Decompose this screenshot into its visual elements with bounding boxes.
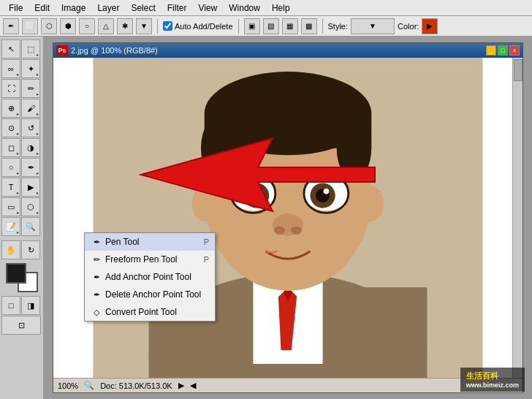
minimize-button[interactable]: _ — [486, 45, 496, 56]
pen-mode-btn-5[interactable]: ○ — [79, 18, 95, 34]
menu-filter[interactable]: Filter — [162, 1, 193, 15]
status-icon: 🔍 — [84, 381, 94, 390]
hand-icon: ✋ — [6, 246, 16, 255]
type-tool[interactable]: T ▸ — [1, 178, 20, 197]
path-select-tool[interactable]: ▶ ▸ — [21, 178, 40, 197]
clone-stamp-icon: ⊙ — [8, 123, 15, 133]
convert-point-label-group: ◇ Convert Point Tool — [91, 306, 177, 318]
dropdown-arrow: ▸ — [17, 229, 19, 235]
standard-mode-icon: □ — [9, 301, 14, 310]
pen-mode-btn-7[interactable]: ✱ — [117, 18, 133, 34]
photo-area — [53, 58, 522, 378]
zoom-level: 100% — [58, 381, 78, 390]
canvas-area: Ps 2.jpg @ 100% (RGB/8#) _ □ × — [44, 37, 532, 399]
dropdown-arrow: ▸ — [17, 151, 19, 156]
style-dropdown[interactable]: ▼ — [351, 18, 395, 34]
scrollbar-thumb[interactable] — [514, 59, 522, 81]
document-title-group: Ps 2.jpg @ 100% (RGB/8#) — [56, 45, 158, 56]
add-anchor-label-group: ✒ Add Anchor Point Tool — [91, 271, 191, 283]
crop-tool[interactable]: ⛶ — [1, 79, 20, 98]
pen-shape-dropdown[interactable]: ▼ — [136, 18, 152, 34]
auto-add-delete[interactable]: Auto Add/Delete — [163, 21, 233, 31]
convert-point-icon: ◇ — [91, 306, 102, 318]
pen-tool-shortcut: P — [204, 238, 209, 246]
maximize-button[interactable]: □ — [498, 45, 508, 56]
menu-item-delete-anchor[interactable]: ✒ Delete Anchor Point Tool — [85, 286, 215, 303]
screen-mode[interactable]: ⊡ — [1, 316, 41, 335]
brush-tool[interactable]: 🖌 ▸ — [21, 99, 40, 118]
rect-shape-tool[interactable]: ▭ ▸ — [1, 197, 20, 216]
rotate-view-tool[interactable]: ↻ — [21, 240, 40, 259]
menu-edit[interactable]: Edit — [28, 1, 56, 15]
hand-tool[interactable]: ✋ — [1, 240, 20, 259]
path-btn-2[interactable]: ▧ — [263, 18, 279, 34]
menu-item-pen-tool[interactable]: ✒ Pen Tool P — [85, 233, 215, 251]
freeform-pen-shortcut: P — [204, 255, 209, 264]
eyedropper-icon: ✏ — [28, 84, 34, 94]
screen-mode-icon: ⊡ — [18, 321, 25, 330]
divider-2 — [238, 19, 239, 34]
menu-item-freeform-pen[interactable]: ✏ Freeform Pen Tool P — [85, 251, 215, 268]
menu-image[interactable]: Image — [56, 1, 91, 15]
gradient-icon: ◑ — [27, 143, 34, 153]
watermark-url: www.bimeiz.com — [466, 381, 519, 389]
pen-mode-btn-3[interactable]: ⬡ — [41, 18, 57, 34]
pen-mode-btn-2[interactable]: ⬜ — [22, 18, 38, 34]
rectangle-select-tool[interactable]: ⬚ ▸ — [21, 39, 40, 58]
rect-shape-icon: ▭ — [7, 202, 15, 212]
doc-size: Doc: 513.0K/513.0K — [100, 381, 172, 390]
dropdown-arrow: ▸ — [17, 210, 19, 215]
red-arrow — [126, 102, 382, 248]
menu-file[interactable]: File — [3, 1, 28, 15]
tool-row-1: ↖ ⬚ ▸ — [1, 39, 42, 58]
status-scroll-arrow: ◀ — [190, 381, 196, 390]
menu-item-add-anchor[interactable]: ✒ Add Anchor Point Tool — [85, 268, 215, 286]
menu-bar: File Edit Image Layer Select Filter View… — [0, 0, 532, 16]
auto-add-delete-checkbox[interactable] — [163, 21, 172, 31]
color-swatch[interactable]: ▶ — [422, 18, 438, 34]
delete-anchor-label: Delete Anchor Point Tool — [105, 289, 201, 300]
eyedropper-tool[interactable]: ✏ ▸ — [21, 79, 40, 98]
zoom-tool[interactable]: 🔍 — [21, 217, 40, 236]
pen-mode-btn-6[interactable]: △ — [98, 18, 114, 34]
dodge-tool[interactable]: ○ ▸ — [1, 158, 20, 177]
notes-tool[interactable]: 📝 ▸ — [1, 217, 20, 236]
3d-icon: ⬡ — [27, 202, 34, 212]
eraser-icon: ◻ — [8, 143, 15, 153]
vertical-scrollbar[interactable] — [512, 58, 522, 378]
type-icon: T — [9, 183, 14, 191]
dropdown-arrow: ▸ — [37, 170, 39, 175]
tool-row-6: ◻ ▸ ◑ ▸ — [1, 138, 42, 157]
menu-help[interactable]: Help — [266, 1, 296, 15]
eraser-tool[interactable]: ◻ ▸ — [1, 138, 20, 157]
path-btn-3[interactable]: ▦ — [282, 18, 298, 34]
path-btn-1[interactable]: ▣ — [244, 18, 260, 34]
pen-tool[interactable]: ✒ ▸ — [21, 158, 40, 177]
path-btn-4[interactable]: ▩ — [301, 18, 317, 34]
history-brush-tool[interactable]: ↺ ▸ — [21, 118, 40, 137]
rotate-view-icon: ↻ — [28, 246, 34, 255]
dropdown-arrow: ▸ — [37, 190, 39, 195]
move-tool[interactable]: ↖ — [1, 39, 20, 58]
pen-mode-btn-1[interactable]: ✒ — [3, 18, 19, 34]
menu-window[interactable]: Window — [223, 1, 266, 15]
close-button[interactable]: × — [509, 45, 520, 56]
brush-icon: 🖌 — [27, 104, 35, 113]
healing-tool[interactable]: ⊕ ▸ — [1, 99, 20, 118]
dropdown-arrow: ▸ — [37, 151, 39, 156]
delete-anchor-icon: ✒ — [91, 289, 102, 300]
pen-mode-btn-4[interactable]: ⬢ — [60, 18, 76, 34]
menu-view[interactable]: View — [192, 1, 223, 15]
quick-mask-mode[interactable]: ◨ — [21, 296, 40, 315]
quick-mask-standard[interactable]: □ — [1, 296, 20, 315]
lasso-tool[interactable]: ∞ ▸ — [1, 59, 20, 78]
path-select-icon: ▶ — [28, 183, 34, 192]
magic-wand-tool[interactable]: ✦ ▸ — [21, 59, 40, 78]
gradient-tool[interactable]: ◑ ▸ — [21, 138, 40, 157]
menu-layer[interactable]: Layer — [91, 1, 125, 15]
menu-item-convert-point[interactable]: ◇ Convert Point Tool — [85, 303, 215, 321]
menu-select[interactable]: Select — [125, 1, 161, 15]
3d-tool[interactable]: ⬡ ▸ — [21, 197, 40, 216]
foreground-color[interactable] — [6, 263, 26, 284]
clone-stamp-tool[interactable]: ⊙ ▸ — [1, 118, 20, 137]
